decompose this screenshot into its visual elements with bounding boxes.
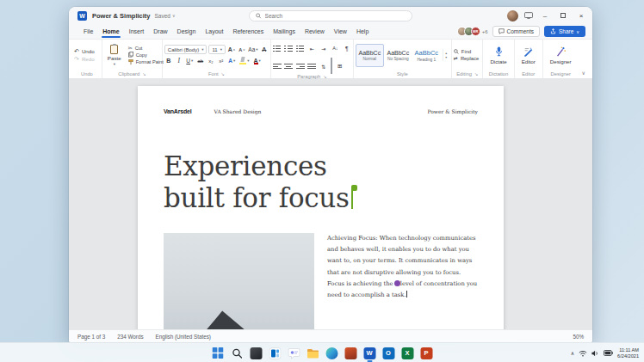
- align-center-button[interactable]: [284, 58, 293, 74]
- taskbar-search-button[interactable]: [231, 347, 244, 359]
- font-family-select[interactable]: Calibri (Body)▾: [164, 45, 207, 54]
- highlight-button[interactable]: ▾: [238, 56, 251, 65]
- change-case-button[interactable]: Aa▾: [248, 45, 258, 54]
- cut-button[interactable]: ✂Cut: [128, 46, 164, 51]
- sort-button[interactable]: A↓: [331, 44, 339, 53]
- dictate-button[interactable]: Dictate: [485, 46, 511, 64]
- subscript-button[interactable]: x₂: [207, 56, 215, 65]
- italic-button[interactable]: I: [175, 56, 183, 65]
- tab-file[interactable]: File: [79, 26, 97, 38]
- share-button[interactable]: Share ∨: [544, 26, 585, 37]
- start-button[interactable]: [212, 347, 225, 359]
- format-painter-button[interactable]: Format Paint: [128, 59, 164, 65]
- shrink-font-button[interactable]: A˅: [238, 45, 246, 54]
- word-count[interactable]: 234 Words: [117, 334, 143, 340]
- tab-home[interactable]: Home: [98, 26, 123, 38]
- collapse-ribbon-button[interactable]: ∨: [579, 40, 589, 78]
- shading-button[interactable]: [331, 58, 332, 74]
- chat-button[interactable]: [288, 347, 300, 359]
- tab-draw[interactable]: Draw: [149, 26, 171, 38]
- edge-button[interactable]: [325, 347, 338, 359]
- tab-design[interactable]: Design: [173, 26, 201, 38]
- search-box[interactable]: [249, 10, 412, 21]
- language-status[interactable]: English (United States): [156, 334, 211, 340]
- group-label-font: Font: [208, 71, 219, 77]
- document-page[interactable]: VanArsdel VA Shared Design Power & Simpl…: [138, 86, 504, 329]
- tab-references[interactable]: References: [228, 26, 268, 38]
- user-avatar[interactable]: [507, 10, 518, 21]
- wifi-icon[interactable]: [579, 350, 587, 357]
- dialog-launcher-icon[interactable]: ↘: [221, 71, 225, 77]
- increase-indent-button[interactable]: ⇥: [319, 44, 328, 53]
- outlook-button[interactable]: O: [382, 347, 395, 359]
- strikethrough-button[interactable]: ab: [196, 56, 205, 65]
- borders-button[interactable]: ⊞: [336, 62, 344, 71]
- excel-button[interactable]: X: [401, 347, 414, 359]
- comments-button[interactable]: Comments: [492, 26, 540, 37]
- align-left-button[interactable]: [273, 58, 282, 74]
- replace-button[interactable]: ⇄Replace: [454, 56, 479, 61]
- numbering-button[interactable]: [284, 40, 293, 56]
- page-count[interactable]: Page 1 of 3: [77, 334, 105, 340]
- style-normal[interactable]: AaBbCc Normal: [356, 44, 384, 67]
- collaborator-avatars[interactable]: MR +6: [457, 27, 488, 36]
- undo-button[interactable]: ↶Undo: [74, 48, 95, 54]
- paste-button[interactable]: Paste ▾: [104, 44, 125, 67]
- line-spacing-button[interactable]: ⇅: [319, 62, 328, 71]
- dialog-launcher-icon[interactable]: ↘: [142, 71, 146, 77]
- word-taskbar-button[interactable]: W: [363, 347, 376, 359]
- align-right-button[interactable]: [296, 58, 305, 74]
- redo-button[interactable]: ↷Redo: [74, 56, 95, 62]
- designer-button[interactable]: Designer: [545, 46, 577, 64]
- presenter-mode-icon[interactable]: [524, 12, 533, 19]
- collaborator-avatar[interactable]: MR: [471, 27, 480, 36]
- multilevel-list-button[interactable]: [296, 40, 305, 56]
- office-button[interactable]: [344, 347, 357, 359]
- font-size-select[interactable]: 11▾: [208, 45, 226, 54]
- volume-icon[interactable]: [591, 350, 599, 357]
- styles-scroll-down-button[interactable]: ▾: [445, 55, 447, 59]
- powerpoint-button[interactable]: P: [420, 347, 433, 359]
- show-formatting-button[interactable]: ¶: [343, 44, 351, 53]
- copy-button[interactable]: Copy: [128, 52, 164, 58]
- bullets-button[interactable]: [273, 40, 282, 56]
- minimize-button[interactable]: –: [539, 12, 551, 20]
- justify-button[interactable]: [307, 58, 316, 74]
- clock[interactable]: 11:11 AM 6/24/2021: [617, 347, 639, 359]
- maximize-button[interactable]: [557, 12, 569, 20]
- close-button[interactable]: ×: [575, 12, 587, 20]
- clear-formatting-button[interactable]: A: [260, 45, 269, 54]
- document-heading[interactable]: Experiences built for focus: [164, 150, 478, 214]
- editor-button[interactable]: Editor: [517, 46, 541, 64]
- align-center-icon: [284, 63, 293, 71]
- file-explorer-button[interactable]: [307, 347, 319, 359]
- tab-review[interactable]: Review: [300, 26, 329, 38]
- battery-icon[interactable]: [604, 350, 613, 356]
- grow-font-button[interactable]: A˄: [227, 45, 236, 54]
- find-button[interactable]: Find: [454, 49, 479, 54]
- bold-button[interactable]: B: [164, 56, 173, 65]
- tab-view[interactable]: View: [330, 26, 351, 38]
- document-image[interactable]: [164, 233, 314, 329]
- tab-layout[interactable]: Layout: [201, 26, 227, 38]
- text-effects-button[interactable]: A▾: [227, 56, 237, 65]
- decrease-indent-button[interactable]: ⇤: [307, 44, 316, 53]
- search-input[interactable]: [265, 13, 406, 19]
- save-status[interactable]: Saved ∨: [155, 13, 176, 19]
- collaborator-overflow-count[interactable]: +6: [482, 29, 488, 34]
- underline-button[interactable]: U▾: [185, 56, 195, 65]
- shading-icon: [331, 58, 332, 74]
- style-heading-1[interactable]: AaBbCc Heading 1: [412, 44, 441, 67]
- font-color-button[interactable]: A▾: [252, 56, 262, 65]
- task-view-button[interactable]: [250, 347, 263, 359]
- tab-insert[interactable]: Insert: [125, 26, 149, 38]
- widgets-button[interactable]: [269, 347, 282, 359]
- dialog-launcher-icon[interactable]: ↘: [474, 71, 478, 77]
- tray-overflow-button[interactable]: ∧: [571, 350, 574, 356]
- superscript-button[interactable]: x²: [217, 56, 226, 65]
- document-paragraph[interactable]: Achieving Focus: When technology communi…: [327, 233, 478, 329]
- style-no-spacing[interactable]: AaBbCc No Spacing: [384, 44, 412, 67]
- tab-mailings[interactable]: Mailings: [269, 26, 300, 38]
- tab-help[interactable]: Help: [352, 26, 373, 38]
- zoom-level[interactable]: 50%: [573, 334, 584, 340]
